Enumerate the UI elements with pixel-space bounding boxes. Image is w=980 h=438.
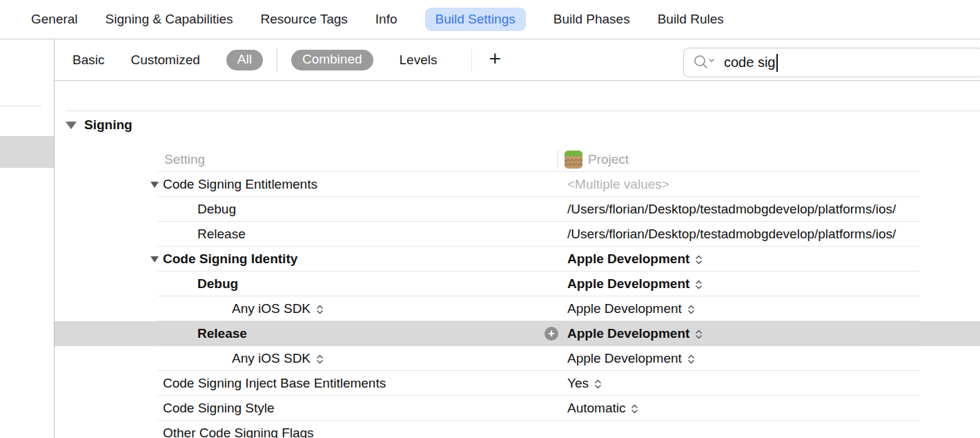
setting-label: Code Signing Inject Base Entitlements	[163, 371, 386, 396]
editor-tab-bar: General Signing & Capabilities Resource …	[0, 0, 980, 39]
table-row[interactable]: Other Code Signing Flags	[55, 421, 980, 438]
table-row[interactable]: Debug Apple Development	[55, 272, 980, 296]
table-row[interactable]: Code Signing Style Automatic	[55, 396, 980, 421]
stepper-icon[interactable]	[694, 278, 703, 291]
table-row[interactable]: Release /Users/florian/Desktop/testadmob…	[55, 222, 980, 247]
column-divider	[558, 150, 558, 169]
targets-sidebar	[0, 39, 55, 438]
tab-signing-capabilities[interactable]: Signing & Capabilities	[106, 12, 233, 27]
setting-value-dropdown[interactable]: Yes	[567, 371, 980, 396]
add-value-button[interactable]: +	[545, 327, 558, 341]
add-setting-button[interactable]: +	[489, 48, 501, 72]
setting-value-dropdown[interactable]: Apple Development	[567, 321, 980, 346]
toolbar-divider	[471, 48, 472, 72]
search-icon[interactable]	[692, 54, 718, 72]
stepper-icon[interactable]	[694, 254, 703, 266]
text-cursor	[776, 54, 778, 72]
setting-label: Release	[197, 222, 246, 247]
build-settings-content: Signing Setting	[55, 81, 980, 438]
table-header-row: Setting Project	[55, 147, 980, 172]
table-row[interactable]: Code Signing Inject Base Entitlements Ye…	[55, 371, 980, 396]
setting-label: Debug	[197, 197, 236, 222]
sidebar-selected-item[interactable]	[0, 136, 54, 168]
build-settings-toolbar: Basic Customized All Combined Levels + c…	[55, 39, 980, 81]
tab-build-settings[interactable]: Build Settings	[425, 8, 526, 31]
setting-value-dropdown[interactable]: Apple Development	[567, 296, 980, 321]
sidebar-divider	[0, 106, 41, 106]
table-row[interactable]: Code Signing Identity Apple Development	[55, 247, 980, 272]
setting-value-dropdown[interactable]: Apple Development	[567, 247, 980, 272]
tab-resource-tags[interactable]: Resource Tags	[260, 12, 347, 27]
tab-build-phases[interactable]: Build Phases	[553, 12, 630, 27]
signing-section-header[interactable]: Signing	[66, 117, 133, 133]
disclosure-triangle-icon[interactable]	[150, 256, 159, 263]
table-row-selected[interactable]: Release + Apple Development	[55, 321, 980, 346]
table-row[interactable]: Debug /Users/florian/Desktop/testadmobgd…	[55, 197, 980, 222]
setting-value: <Multiple values>	[567, 172, 980, 197]
setting-value-dropdown[interactable]: Apple Development	[567, 346, 980, 371]
search-field[interactable]: code sig	[683, 48, 980, 77]
setting-value[interactable]: /Users/florian/Desktop/testadmobgdevelop…	[567, 222, 980, 247]
disclosure-triangle-icon[interactable]	[66, 122, 77, 129]
filter-basic-button[interactable]: Basic	[72, 53, 104, 68]
tab-info[interactable]: Info	[375, 12, 398, 27]
view-combined-button[interactable]: Combined	[291, 50, 373, 70]
disclosure-triangle-icon[interactable]	[150, 182, 159, 188]
column-header-project: Project	[588, 147, 629, 172]
setting-value-dropdown[interactable]: Apple Development	[567, 272, 980, 296]
setting-label: Other Code Signing Flags	[163, 421, 314, 438]
setting-label: Code Signing Identity	[163, 247, 297, 272]
stepper-icon[interactable]	[687, 353, 696, 365]
settings-table: Setting Project	[55, 147, 980, 438]
filter-customized-button[interactable]: Customized	[130, 53, 199, 68]
stepper-icon[interactable]	[694, 328, 703, 341]
stepper-icon[interactable]	[594, 378, 602, 390]
setting-value-dropdown[interactable]: Automatic	[567, 396, 980, 421]
column-header-setting: Setting	[164, 147, 205, 172]
view-levels-button[interactable]: Levels	[400, 53, 438, 68]
setting-label: Any iOS SDK	[232, 296, 324, 321]
setting-value[interactable]: /Users/florian/Desktop/testadmobgdevelop…	[567, 197, 980, 222]
setting-label: Any iOS SDK	[232, 346, 324, 371]
search-input[interactable]: code sig	[724, 55, 776, 70]
setting-label: Release	[197, 321, 247, 346]
stepper-icon[interactable]	[630, 403, 639, 415]
table-row[interactable]: Code Signing Entitlements <Multiple valu…	[55, 172, 980, 197]
tab-build-rules[interactable]: Build Rules	[658, 12, 724, 27]
stepper-icon[interactable]	[315, 353, 324, 365]
section-divider	[66, 111, 980, 111]
setting-label: Code Signing Entitlements	[163, 172, 317, 197]
toolbar-divider	[277, 48, 277, 72]
table-row[interactable]: Any iOS SDK Apple Development	[55, 346, 980, 371]
tab-general[interactable]: General	[31, 12, 78, 27]
section-title: Signing	[84, 117, 133, 133]
project-icon	[565, 151, 582, 171]
table-row[interactable]: Any iOS SDK Apple Development	[55, 296, 980, 321]
stepper-icon[interactable]	[315, 303, 324, 316]
stepper-icon[interactable]	[687, 303, 696, 316]
setting-label: Code Signing Style	[163, 396, 275, 421]
setting-label: Debug	[197, 272, 238, 296]
filter-all-button[interactable]: All	[226, 50, 263, 70]
